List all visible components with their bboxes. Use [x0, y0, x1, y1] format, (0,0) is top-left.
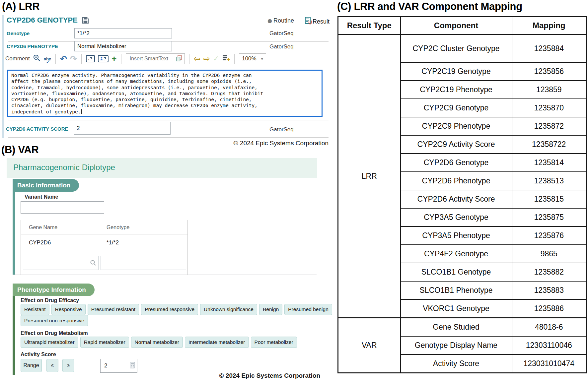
option-button[interactable]: Presumed resistant — [88, 304, 139, 315]
activity-score-section-label: Activity Score — [21, 352, 56, 357]
zoom-level-dropdown[interactable]: 100% ▾ — [239, 53, 266, 64]
basic-section-bottom-divider — [13, 275, 317, 275]
option-button[interactable]: Intermediate metabolizer — [185, 337, 249, 348]
option-button[interactable]: Unknown significance — [200, 304, 257, 315]
activity-score-value-input[interactable] — [104, 362, 130, 369]
save-icon[interactable] — [82, 17, 89, 26]
help-icon[interactable]: .? — [86, 55, 95, 62]
option-button[interactable]: Rapid metabolizer — [80, 337, 129, 348]
basic-information-section-tab[interactable]: Basic Information — [13, 179, 79, 192]
genotype-source: GatorSeq — [269, 30, 294, 37]
option-button[interactable]: Normal metabolizer — [131, 337, 183, 348]
row-divider — [8, 120, 329, 120]
result-doc-icon — [305, 17, 312, 27]
result-type-cell: LRR — [338, 34, 401, 318]
panel-bottom-divider — [8, 137, 329, 138]
mapping-cell: 123859 — [512, 81, 586, 99]
search-icon — [90, 260, 96, 267]
option-button[interactable]: Presumed responsive — [141, 304, 198, 315]
status-routine: ● Routine — [267, 17, 294, 24]
greater-equal-button[interactable]: ≥ — [62, 359, 74, 372]
option-button[interactable]: Responsive — [51, 304, 86, 315]
smarttext-field[interactable] — [126, 53, 185, 64]
option-button[interactable]: Benign — [259, 304, 282, 315]
gene-table: Gene Name Genotype CYP2D6 *1/*2 — [21, 220, 188, 275]
component-cell: SLCO1B1 Genotype — [401, 263, 512, 281]
activity-score-label: CYP2D6 ACTIVITY SCORE — [6, 126, 68, 132]
option-button[interactable]: Poor metabolizer — [251, 337, 297, 348]
calculator-icon — [130, 362, 135, 370]
phenotype-label: CYP2D6 PHENOTYPE — [7, 43, 58, 49]
component-cell: CYP2C9 Genotype — [401, 99, 512, 117]
mapping-table-wrap: Result Type Component Mapping LRRCYP2C C… — [337, 16, 587, 373]
redo-icon[interactable]: ↷ — [70, 55, 77, 63]
metabolism-label: Effect on Drug Metabolism — [21, 330, 88, 336]
activity-score-input[interactable] — [74, 122, 171, 135]
phenotype-source: GatorSeq — [269, 43, 294, 50]
component-cell: Genotype Display Name — [401, 336, 512, 354]
basic-section-accent-bar — [13, 192, 15, 275]
gene-genotype-input[interactable] — [101, 256, 186, 270]
accept-icon[interactable]: ✓ — [213, 55, 219, 62]
variant-name-input[interactable] — [21, 201, 104, 214]
undo-icon[interactable]: ↶ — [60, 55, 67, 63]
option-button[interactable]: Presumed non-responsive — [21, 315, 88, 326]
figure-canvas: (A) LRR CYP2D6 GENOTYPE ● Routine Result… — [0, 0, 588, 385]
gene-name-cell: CYP2D6 — [29, 239, 51, 246]
navigate-back-icon[interactable]: ⇦ — [194, 55, 200, 63]
mapping-cell: 1238513 — [512, 172, 586, 190]
phenotype-information-section-tab[interactable]: Phenotype Information — [13, 284, 95, 296]
zoom-magnifier-icon[interactable] — [33, 54, 41, 63]
comment-textarea[interactable]: Normal CYP2D6 enzyme activity. Pharmacog… — [7, 70, 323, 117]
comment-toolbar: Comment abc✓ ↶ ↷ .? ? + — [5, 52, 266, 66]
mapping-cell: 1235856 — [512, 62, 586, 81]
toolbar-separator — [189, 54, 189, 64]
mapping-cell: 9865 — [512, 245, 586, 263]
comment-text: Normal CYP2D6 enzyme activity. Pharmacog… — [11, 73, 263, 114]
mapping-cell: 1235872 — [512, 117, 586, 135]
genotype-cell: *1/*2 — [107, 239, 119, 246]
toolbar-separator — [234, 54, 235, 64]
mapping-cell: 1235884 — [512, 34, 586, 62]
smarttext-input[interactable] — [129, 55, 174, 62]
genotype-input[interactable] — [74, 28, 172, 38]
option-button[interactable]: Presumed benign — [284, 304, 332, 315]
copy-smarttext-icon[interactable] — [176, 55, 183, 63]
toolbar-separator — [121, 54, 121, 64]
mapping-cell: 1235814 — [512, 154, 586, 172]
metabolism-options-row: Ultrarapid metabolizerRapid metabolizerN… — [21, 337, 297, 348]
mapping-cell: 1235876 — [512, 226, 586, 245]
mapping-cell: 1235815 — [512, 190, 586, 208]
component-cell: CYP2C9 Phenotype — [401, 117, 512, 135]
phenotype-input[interactable] — [74, 41, 172, 51]
less-equal-button[interactable]: ≤ — [46, 359, 58, 372]
mapping-cell: 1235883 — [512, 281, 586, 299]
efficacy-options-row2: Presumed non-responsive — [21, 315, 88, 326]
mapping-cell: 123031010474 — [512, 354, 586, 373]
mapping-cell: 1235875 — [512, 208, 586, 226]
comment-label: Comment — [5, 55, 30, 62]
component-cell: VKORC1 Genotype — [401, 299, 512, 318]
range-button[interactable]: Range — [21, 359, 42, 372]
activity-source: GatorSeq — [269, 126, 294, 133]
help-person-icon[interactable]: ? — [98, 55, 109, 62]
component-cell: CYP2C19 Phenotype — [401, 81, 512, 99]
go-to-list-icon[interactable] — [222, 54, 230, 63]
toolbar-separator — [55, 54, 56, 64]
spellcheck-icon[interactable]: abc✓ — [44, 56, 51, 61]
mapping-cell: 48018-6 — [512, 318, 586, 337]
option-button[interactable]: Resistant — [21, 304, 49, 315]
component-cell: CYP2D6 Phenotype — [401, 172, 512, 190]
mapping-table: Result Type Component Mapping LRRCYP2C C… — [337, 16, 587, 373]
mapping-cell: 1235882 — [512, 263, 586, 281]
activity-score-field[interactable] — [100, 359, 137, 373]
mapping-cell: 1235886 — [512, 299, 586, 318]
navigate-forward-icon[interactable]: ⇨ — [203, 55, 210, 63]
chevron-down-icon: ▾ — [261, 56, 263, 61]
add-icon[interactable]: + — [111, 54, 116, 64]
section-b-heading: (B) VAR — [1, 144, 39, 156]
option-button[interactable]: Ultrarapid metabolizer — [21, 337, 78, 348]
gene-search-input[interactable] — [23, 256, 99, 270]
result-tab[interactable]: Result — [305, 17, 330, 27]
component-cell: CYP3A5 Genotype — [401, 208, 512, 226]
